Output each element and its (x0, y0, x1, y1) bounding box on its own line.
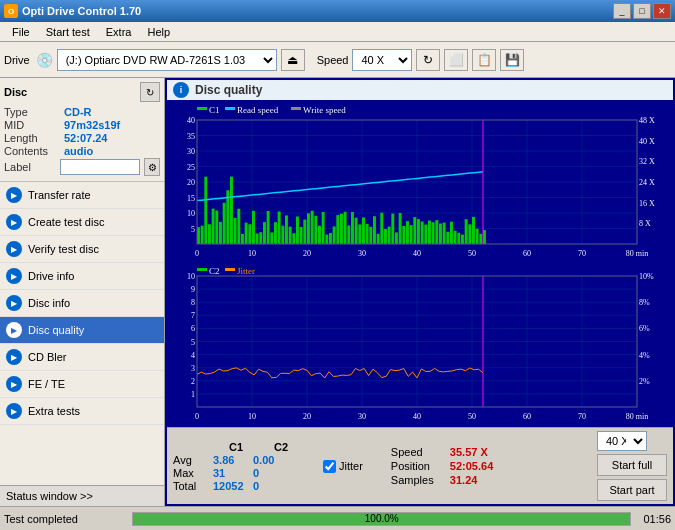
title-bar: O Opti Drive Control 1.70 _ □ ✕ (0, 0, 675, 22)
disc-quality-header: i Disc quality (167, 80, 673, 100)
disc-title: Disc (4, 86, 27, 98)
stats-total-c1: 12052 (213, 480, 249, 492)
disc-type-value: CD-R (64, 106, 92, 118)
nav-cd-bler-icon: ▶ (6, 349, 22, 365)
speed-value: 35.57 X (450, 446, 488, 458)
maximize-button[interactable]: □ (633, 3, 651, 19)
drive-select[interactable]: (J:) Optiarc DVD RW AD-7261S 1.03 (57, 49, 277, 71)
chart2-wrapper (167, 266, 673, 427)
speed-select[interactable]: 40 X (352, 49, 412, 71)
stats-max-c1: 31 (213, 467, 249, 479)
nav-disc-quality-icon: ▶ (6, 322, 22, 338)
disc-mid-value: 97m32s19f (64, 119, 120, 131)
nav-disc-info-label: Disc info (28, 297, 70, 309)
status-time: 01:56 (643, 513, 671, 525)
drive-icon: 💿 (36, 52, 53, 68)
samples-label: Samples (391, 474, 446, 486)
stats-avg-label: Avg (173, 454, 209, 466)
nav-drive-info[interactable]: ▶ Drive info (0, 263, 164, 290)
nav-fe-te-icon: ▶ (6, 376, 22, 392)
eject-button[interactable]: ⏏ (281, 49, 305, 71)
stats-bar: C1 C2 Avg 3.86 0.00 Max 31 0 Total 12052… (167, 427, 673, 504)
nav-disc-quality[interactable]: ▶ Disc quality (0, 317, 164, 344)
title-bar-text: O Opti Drive Control 1.70 (4, 4, 141, 18)
menu-bar: File Start test Extra Help (0, 22, 675, 42)
stats-c1-header: C1 (213, 441, 259, 453)
nav-drive-info-icon: ▶ (6, 268, 22, 284)
main-area: Disc ↻ Type CD-R MID 97m32s19f Length 52… (0, 78, 675, 506)
stats-avg-c2: 0.00 (253, 454, 289, 466)
refresh-button[interactable]: ↻ (416, 49, 440, 71)
samples-value: 31.24 (450, 474, 478, 486)
nav-fe-te-label: FE / TE (28, 378, 65, 390)
progress-label: 100.0% (132, 513, 631, 524)
nav-disc-quality-label: Disc quality (28, 324, 84, 336)
stats-speed-select[interactable]: 40 X (597, 431, 647, 451)
content-area: i Disc quality C1 C2 Avg (165, 78, 675, 506)
toolbar: Drive 💿 (J:) Optiarc DVD RW AD-7261S 1.0… (0, 42, 675, 78)
disc-label-icon-button[interactable]: ⚙ (144, 158, 160, 176)
position-value: 52:05.64 (450, 460, 493, 472)
stats-c2-header: C2 (263, 441, 299, 453)
disc-quality-title: Disc quality (195, 83, 262, 97)
start-part-button[interactable]: Start part (597, 479, 667, 501)
chart2-canvas (167, 266, 673, 427)
disc-label-input[interactable] (60, 159, 140, 175)
save-button[interactable]: 💾 (500, 49, 524, 71)
stats-total-label: Total (173, 480, 209, 492)
menu-start-test[interactable]: Start test (38, 24, 98, 40)
nav-cd-bler[interactable]: ▶ CD Bler (0, 344, 164, 371)
app-title: Opti Drive Control 1.70 (22, 5, 141, 17)
disc-mid-label: MID (4, 119, 64, 131)
nav-transfer-rate[interactable]: ▶ Transfer rate (0, 182, 164, 209)
status-bar: Test completed 100.0% 01:56 (0, 506, 675, 530)
nav-verify-test-disc[interactable]: ▶ Verify test disc (0, 236, 164, 263)
disc-label-label: Label (4, 161, 56, 173)
disc-length-value: 52:07.24 (64, 132, 107, 144)
erase-button[interactable]: ⬜ (444, 49, 468, 71)
menu-file[interactable]: File (4, 24, 38, 40)
disc-refresh-button[interactable]: ↻ (140, 82, 160, 102)
sidebar: Disc ↻ Type CD-R MID 97m32s19f Length 52… (0, 78, 165, 506)
position-label: Position (391, 460, 446, 472)
stats-max-label: Max (173, 467, 209, 479)
start-full-button[interactable]: Start full (597, 454, 667, 476)
disc-contents-label: Contents (4, 145, 64, 157)
stats-avg-c1: 3.86 (213, 454, 249, 466)
stats-max-c2: 0 (253, 467, 289, 479)
speed-label-text: Speed (391, 446, 446, 458)
stats-total-c2: 0 (253, 480, 289, 492)
nav-cd-bler-label: CD Bler (28, 351, 67, 363)
nav-extra-tests-icon: ▶ (6, 403, 22, 419)
nav-create-test-disc-icon: ▶ (6, 214, 22, 230)
disc-length-label: Length (4, 132, 64, 144)
drive-label: Drive (4, 54, 30, 66)
speed-label: Speed (317, 54, 349, 66)
nav-drive-info-label: Drive info (28, 270, 74, 282)
chart1-canvas (167, 102, 673, 264)
nav-items: ▶ Transfer rate ▶ Create test disc ▶ Ver… (0, 182, 164, 485)
menu-extra[interactable]: Extra (98, 24, 140, 40)
menu-help[interactable]: Help (139, 24, 178, 40)
disc-type-label: Type (4, 106, 64, 118)
status-window-button[interactable]: Status window >> (0, 485, 164, 506)
disc-contents-value: audio (64, 145, 93, 157)
title-bar-controls: _ □ ✕ (613, 3, 671, 19)
jitter-checkbox-group[interactable]: Jitter (323, 460, 363, 473)
nav-create-test-disc[interactable]: ▶ Create test disc (0, 209, 164, 236)
jitter-checkbox[interactable] (323, 460, 336, 473)
nav-verify-test-disc-label: Verify test disc (28, 243, 99, 255)
charts-area (167, 102, 673, 427)
nav-disc-info[interactable]: ▶ Disc info (0, 290, 164, 317)
chart1-wrapper (167, 102, 673, 264)
copy-button[interactable]: 📋 (472, 49, 496, 71)
nav-verify-test-disc-icon: ▶ (6, 241, 22, 257)
nav-transfer-rate-label: Transfer rate (28, 189, 91, 201)
nav-extra-tests[interactable]: ▶ Extra tests (0, 398, 164, 425)
disc-quality-icon: i (173, 82, 189, 98)
nav-fe-te[interactable]: ▶ FE / TE (0, 371, 164, 398)
nav-create-test-disc-label: Create test disc (28, 216, 104, 228)
close-button[interactable]: ✕ (653, 3, 671, 19)
status-text: Test completed (4, 513, 124, 525)
minimize-button[interactable]: _ (613, 3, 631, 19)
